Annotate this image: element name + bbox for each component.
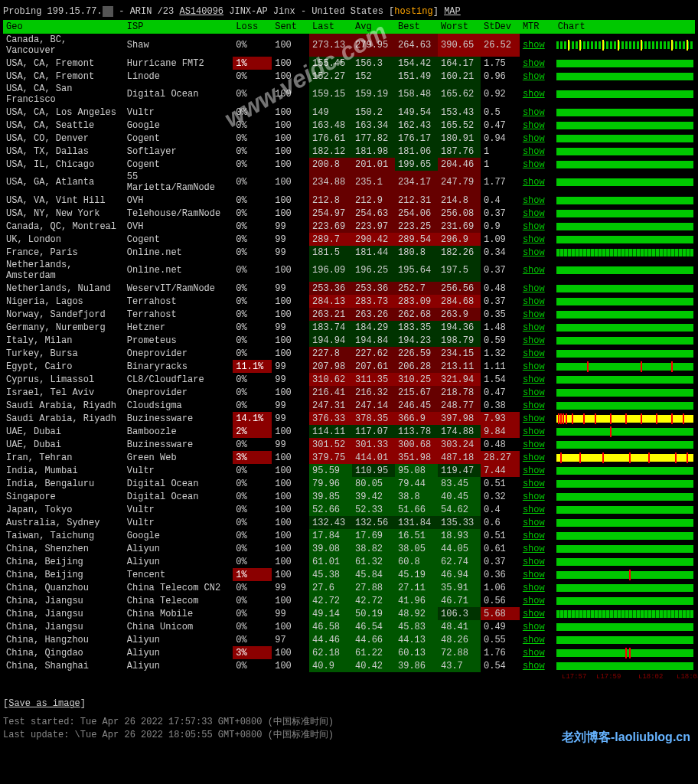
latency-chart [555, 646, 695, 659]
mtr-show-link[interactable]: show [523, 609, 545, 619]
latency-chart [555, 360, 695, 373]
table-row: USA, CA, SeattleGoogle0%100163.48163.341… [3, 119, 695, 132]
mtr-show-link[interactable]: show [523, 531, 545, 541]
mtr-show-link[interactable]: show [523, 296, 545, 307]
table-row: Saudi Arabia, RiyadhCloudsigma0%99247.31… [3, 399, 695, 412]
table-row: USA, VA, Vint HillOVH0%100212.8212.9212.… [3, 194, 695, 207]
column-header: StDev [481, 20, 520, 34]
column-header: Geo [3, 20, 124, 34]
mtr-show-link[interactable]: show [523, 309, 545, 320]
table-row: Cyprus, LimassolCL8/Cloudflare0%99310.62… [3, 373, 695, 386]
mtr-show-link[interactable]: show [523, 387, 545, 398]
mtr-show-link[interactable]: show [523, 177, 545, 188]
mtr-show-link[interactable]: show [523, 622, 545, 632]
mtr-show-link[interactable]: show [523, 247, 545, 258]
mtr-show-link[interactable]: show [523, 479, 545, 489]
mtr-show-link[interactable]: show [523, 466, 545, 476]
mtr-show-link[interactable]: show [523, 133, 545, 144]
mtr-show-link[interactable]: show [523, 265, 545, 276]
mtr-show-link[interactable]: show [523, 208, 545, 219]
latency-chart [555, 594, 695, 607]
mtr-show-link[interactable]: show [523, 234, 545, 245]
table-row: India, MumbaiVultr0%10095.59110.9595.081… [3, 464, 695, 477]
mtr-show-link[interactable]: show [523, 661, 545, 671]
table-row: Nigeria, LagosTerrahost0%100284.13283.73… [3, 295, 695, 308]
latency-chart [555, 607, 695, 620]
table-row: China, JiangsuChina Telecom0%10042.7242.… [3, 594, 695, 607]
mtr-show-link[interactable]: show [523, 348, 545, 359]
latency-chart [555, 207, 695, 220]
column-header: Loss [233, 20, 272, 34]
mtr-show-link[interactable]: show [523, 40, 545, 51]
table-row: China, ShenzhenAliyun0%10039.0838.8238.0… [3, 542, 695, 555]
table-row: China, ShanghaiAliyun0%10040.940.4239.86… [3, 659, 695, 672]
latency-chart [555, 246, 695, 259]
latency-chart [555, 438, 695, 451]
latency-chart [555, 516, 695, 529]
table-row: Canada, BC, VancouverShaw0%100273.13279.… [3, 34, 695, 57]
mtr-show-link[interactable]: show [523, 146, 545, 157]
mtr-show-link[interactable]: show [523, 221, 545, 232]
mtr-show-link[interactable]: show [523, 452, 545, 463]
mtr-show-link[interactable]: show [523, 505, 545, 515]
latency-chart [555, 308, 695, 321]
table-row: Australia, SydneyVultr0%100132.43132.561… [3, 516, 695, 529]
asn-link[interactable]: AS140096 [179, 6, 223, 17]
latency-chart [555, 373, 695, 386]
mtr-show-link[interactable]: show [523, 439, 545, 450]
mtr-show-link[interactable]: show [523, 120, 545, 131]
table-row: USA, CO, DenverCogent0%100176.61177.8217… [3, 132, 695, 145]
mtr-show-link[interactable]: show [523, 544, 545, 554]
latency-chart [555, 542, 695, 555]
latency-chart [555, 529, 695, 542]
latency-chart [555, 451, 695, 464]
latency-chart [555, 620, 695, 633]
mtr-show-link[interactable]: show [523, 648, 545, 658]
mtr-show-link[interactable]: show [523, 107, 545, 118]
chart-axis-label: ʟ18:04 [677, 672, 698, 681]
mtr-show-link[interactable]: show [523, 570, 545, 580]
mtr-show-link[interactable]: show [523, 71, 545, 82]
mtr-show-link[interactable]: show [523, 322, 545, 333]
save-image-link[interactable]: Save as image [8, 698, 80, 709]
watermark-blog: 老刘博客-laoliublog.cn [562, 730, 690, 746]
table-row: UAE, DubaiBuzinessware0%99301.52301.3330… [3, 438, 695, 451]
chart-axis-label: ʟ18:02 [638, 672, 663, 681]
latency-chart [555, 158, 695, 171]
mtr-show-link[interactable]: show [523, 283, 545, 294]
mtr-show-link[interactable]: show [523, 518, 545, 528]
latency-chart [555, 633, 695, 646]
mtr-show-link[interactable]: show [523, 361, 545, 372]
map-link[interactable]: MAP [444, 6, 461, 17]
mtr-show-link[interactable]: show [523, 58, 545, 69]
mtr-show-link[interactable]: show [523, 596, 545, 606]
mtr-show-link[interactable]: show [523, 374, 545, 385]
mtr-show-link[interactable]: show [523, 159, 545, 170]
latency-chart [555, 119, 695, 132]
table-row: Taiwan, TaichungGoogle0%10017.8417.6916.… [3, 529, 695, 542]
latency-chart [555, 464, 695, 477]
latency-chart [555, 412, 695, 425]
table-row: SingaporeDigital Ocean0%10039.8539.4238.… [3, 490, 695, 503]
column-header: Best [395, 20, 438, 34]
column-header: ISP [124, 20, 233, 34]
table-row: Italy, MilanPrometeus0%100194.94194.8419… [3, 334, 695, 347]
table-row: China, HangzhouAliyun0%9744.4644.6644.13… [3, 633, 695, 646]
mtr-show-link[interactable]: show [523, 557, 545, 567]
table-row: China, BeijingAliyun0%10061.0161.3260.86… [3, 555, 695, 568]
column-header: Chart [555, 20, 695, 34]
mtr-show-link[interactable]: show [523, 89, 545, 100]
mtr-show-link[interactable]: show [523, 583, 545, 593]
table-row: USA, CA, Los AngelesVultr0%100149150.214… [3, 106, 695, 119]
mtr-show-link[interactable]: show [523, 335, 545, 346]
mtr-show-link[interactable]: show [523, 492, 545, 502]
mtr-show-link[interactable]: show [523, 426, 545, 437]
table-row: USA, CA, San FranciscoDigital Ocean0%100… [3, 83, 695, 106]
mtr-show-link[interactable]: show [523, 400, 545, 411]
mtr-show-link[interactable]: show [523, 413, 545, 424]
mtr-show-link[interactable]: show [523, 635, 545, 645]
latency-chart [555, 490, 695, 503]
latency-chart [555, 555, 695, 568]
mtr-show-link[interactable]: show [523, 195, 545, 206]
column-header: Sent [272, 20, 309, 34]
